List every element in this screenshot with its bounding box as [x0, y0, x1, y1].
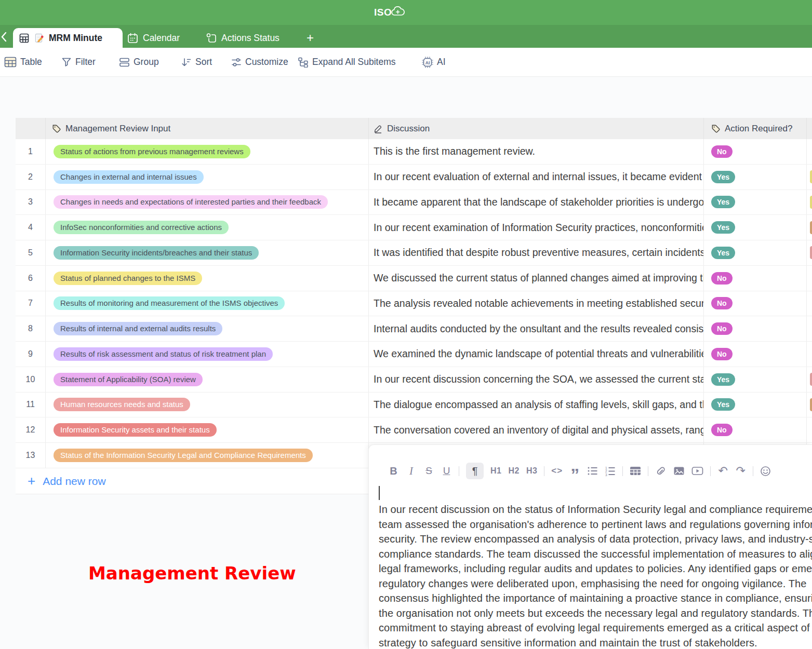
minutes-doc-icon [34, 33, 44, 43]
discussion-cell[interactable]: It became apparent that the landscape of… [369, 190, 704, 215]
image-button[interactable] [673, 463, 685, 479]
table-header-row: Management Review Input Discussion Actio… [16, 118, 812, 139]
table-button[interactable] [630, 463, 641, 479]
management-review-input-cell[interactable]: InfoSec nonconformities and corrective a… [46, 215, 369, 240]
management-review-input-cell[interactable]: Results of monitoring and measurement of… [46, 291, 369, 316]
strikethrough-button[interactable]: S [423, 463, 434, 479]
extra-cell [807, 342, 812, 367]
tab-actions-status[interactable]: Actions Status [206, 28, 279, 48]
heading-1-button[interactable]: H1 [490, 463, 501, 479]
input-pill: Information Security assets and their st… [54, 423, 217, 437]
bullet-list-button[interactable] [587, 463, 598, 479]
input-pill: Status of planned changes to the ISMS [54, 272, 202, 285]
heading-2-button[interactable]: H2 [508, 463, 519, 479]
action-required-cell[interactable]: No [704, 316, 807, 341]
toolbar-separator [710, 466, 711, 476]
toolbar-separator [753, 466, 753, 476]
redo-button[interactable]: ↷ [735, 463, 746, 479]
management-review-input-cell[interactable]: Status of the Information Security Legal… [46, 443, 369, 468]
action-required-cell[interactable]: No [704, 342, 807, 367]
management-review-input-cell[interactable]: Results of risk assessment and status of… [46, 342, 369, 367]
action-required-badge[interactable]: No [711, 322, 733, 335]
back-chevron-icon[interactable] [1, 31, 8, 45]
management-review-input-cell[interactable]: Human resources needs and status [46, 393, 369, 417]
paragraph-button[interactable]: ¶ [466, 463, 484, 479]
heading-3-button[interactable]: H3 [526, 463, 537, 479]
action-required-badge[interactable]: No [711, 297, 733, 309]
action-required-badge[interactable]: Yes [711, 373, 735, 386]
action-required-cell[interactable]: Yes [704, 393, 807, 417]
discussion-cell[interactable]: This is the first management review. [369, 139, 704, 164]
discussion-cell[interactable]: It was identified that despite robust pr… [369, 240, 704, 265]
table-body: 1Status of actions from previous managem… [16, 139, 812, 468]
toolbar-group-button[interactable]: Group [119, 48, 159, 76]
discussion-cell[interactable]: We examined the dynamic landscape of pot… [369, 342, 704, 367]
action-required-badge[interactable]: Yes [711, 196, 735, 208]
action-required-badge[interactable]: No [711, 145, 733, 158]
discussion-cell[interactable]: Internal audits conducted by the onsulta… [369, 316, 704, 341]
discussion-cell[interactable]: In our recent discussion concerning the … [369, 367, 704, 392]
action-required-cell[interactable]: Yes [704, 165, 807, 190]
discussion-cell[interactable]: In our recent evaluation of external and… [369, 165, 704, 190]
header-management-review-input[interactable]: Management Review Input [46, 118, 369, 139]
underline-button[interactable]: U [441, 463, 452, 479]
action-required-badge[interactable]: Yes [711, 398, 735, 411]
discussion-cell[interactable]: In our recent examination of Information… [369, 215, 704, 240]
action-required-cell[interactable]: No [704, 139, 807, 164]
action-required-badge[interactable]: No [711, 424, 733, 436]
action-required-badge[interactable]: Yes [711, 171, 735, 183]
discussion-cell[interactable]: The analysis revealed notable achievemen… [369, 291, 704, 316]
blockquote-button[interactable]: ” [569, 463, 580, 479]
toolbar-expand-subitems-button[interactable]: Expand All Subitems [298, 48, 396, 76]
toolbar-ai-button[interactable]: AI AI [422, 48, 446, 76]
code-button[interactable]: <> [551, 463, 563, 479]
action-required-cell[interactable]: Yes [704, 215, 807, 240]
tab-mrm-minute[interactable]: MRM Minute [13, 28, 123, 48]
action-required-badge[interactable]: Yes [711, 221, 735, 234]
action-required-badge[interactable]: No [711, 272, 733, 285]
toolbar-table-button[interactable]: Table [4, 48, 42, 76]
action-required-badge[interactable]: No [711, 348, 733, 360]
pen-icon [374, 124, 383, 133]
undo-button[interactable]: ↶ [717, 463, 728, 479]
management-review-input-cell[interactable]: Information Security incidents/breaches … [46, 240, 369, 265]
management-review-input-cell[interactable]: Changes in external and internal issues [46, 165, 369, 190]
header-discussion[interactable]: Discussion [369, 118, 704, 139]
action-required-cell[interactable]: Yes [704, 367, 807, 392]
management-review-input-cell[interactable]: Statement of Applicability (SOA) review [46, 367, 369, 392]
row-number: 11 [16, 393, 46, 417]
toolbar-customize-button[interactable]: Customize [231, 48, 288, 76]
numbered-list-button[interactable]: 123 [605, 463, 616, 479]
discussion-cell[interactable]: We discussed the current status of plann… [369, 266, 704, 291]
management-review-input-cell[interactable]: Information Security assets and their st… [46, 417, 369, 442]
management-review-input-cell[interactable]: Status of actions from previous manageme… [46, 139, 369, 164]
input-pill: Statement of Applicability (SOA) review [54, 373, 203, 386]
action-required-cell[interactable]: No [704, 266, 807, 291]
emoji-button[interactable] [760, 463, 771, 479]
management-review-input-cell[interactable]: Results of internal and external audits … [46, 316, 369, 341]
toolbar-filter-button[interactable]: Filter [61, 48, 96, 76]
action-required-cell[interactable]: Yes [704, 240, 807, 265]
extra-cell [807, 291, 812, 316]
action-required-cell[interactable]: No [704, 417, 807, 442]
management-review-input-cell[interactable]: Changes in needs and expectations of int… [46, 190, 369, 215]
tab-calendar[interactable]: Calendar [127, 28, 180, 48]
management-review-input-cell[interactable]: Status of planned changes to the ISMS [46, 266, 369, 291]
italic-button[interactable]: I [406, 463, 417, 479]
action-required-cell[interactable]: No [704, 291, 807, 316]
link-button[interactable] [655, 463, 667, 479]
action-required-badge[interactable]: Yes [711, 247, 735, 259]
next-column-pill-sliver [810, 221, 812, 234]
toolbar-sort-button[interactable]: Sort [181, 48, 212, 76]
header-action-required[interactable]: Action Required? [704, 118, 807, 139]
editor-content[interactable]: In our recent discussion on the status o… [379, 502, 812, 649]
action-required-cell[interactable]: Yes [704, 190, 807, 215]
video-button[interactable] [691, 463, 703, 479]
extra-cell [807, 190, 812, 215]
iso-logo-text: ISO [374, 7, 392, 18]
discussion-cell[interactable]: The dialogue encompassed an analysis of … [369, 393, 704, 417]
bold-button[interactable]: B [388, 463, 399, 479]
add-tab-button[interactable]: + [307, 28, 314, 48]
discussion-cell[interactable]: The conversation covered an inventory of… [369, 417, 704, 442]
table-row: 4InfoSec nonconformities and corrective … [16, 215, 812, 240]
